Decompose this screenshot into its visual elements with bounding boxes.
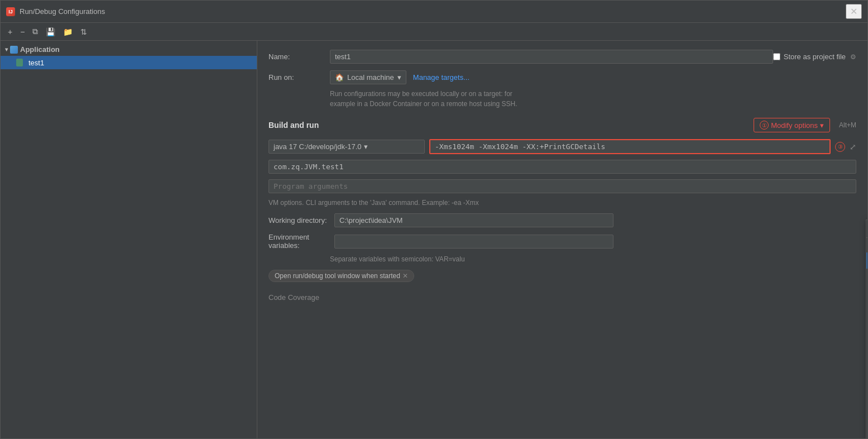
description-line1: Run configurations may be executed local…	[330, 89, 856, 99]
machine-label: Local machine	[347, 73, 394, 82]
logs-section-header: Logs	[866, 414, 867, 429]
toolbar: + − ⧉ 💾 📁 ⇅	[1, 23, 867, 41]
modify-options-dropdown: Add Run Options Operating System Allow m…	[866, 220, 867, 438]
sep-hint: Separate variables with semicolon: VAR=v…	[330, 255, 856, 263]
env-vars-input[interactable]	[334, 235, 613, 249]
sidebar-group-label: Application	[20, 45, 60, 54]
working-dir-input[interactable]	[334, 213, 613, 227]
section-title: Build and run	[268, 121, 319, 130]
description-line2: example in a Docker Container or on a re…	[330, 99, 856, 109]
config-panel: Name: Store as project file ⚙ Run on: 🏠 …	[257, 41, 867, 438]
dropdown-arrow-icon: ▾	[397, 73, 401, 82]
close-button[interactable]: ✕	[846, 4, 862, 19]
store-project-label-wrap[interactable]: Store as project file	[773, 53, 846, 61]
dialog-title: Run/Debug Configurations	[20, 7, 846, 16]
environment-variables-item[interactable]: Environment variables	[866, 269, 867, 285]
machine-icon: 🏠	[335, 73, 344, 82]
os-section-header: Operating System	[866, 238, 867, 252]
redirect-input-item[interactable]: Redirect input	[866, 285, 867, 301]
save-config-button[interactable]: 💾	[43, 26, 58, 38]
vm-options-input[interactable]	[429, 139, 831, 154]
env-vars-row: Environment variables:	[268, 233, 856, 250]
modify-options-circle: ①	[760, 121, 769, 130]
app-icon: IJ	[6, 7, 15, 16]
vm-options-badge: ③	[835, 142, 845, 152]
modify-options-arrow-icon: ▾	[820, 121, 824, 130]
run-debug-dialog: IJ Run/Debug Configurations ✕ + − ⧉ 💾 📁 …	[0, 0, 868, 439]
store-project-checkbox[interactable]	[773, 53, 780, 60]
modify-options-button[interactable]: ① Modify options ▾	[754, 118, 830, 132]
description-text: Run configurations may be executed local…	[330, 89, 856, 109]
copy-config-button[interactable]: ⧉	[30, 25, 41, 38]
run-on-label: Run on:	[268, 73, 330, 82]
sidebar-group-header[interactable]: ▾ Application	[1, 43, 257, 56]
chip-area: Open run/debug tool window when started …	[268, 270, 856, 282]
main-class-input[interactable]	[268, 160, 856, 174]
modify-options-label: Modify options	[771, 121, 818, 130]
chip-label: Open run/debug tool window when started	[275, 272, 400, 280]
java-version-dropdown[interactable]: java 17 C:/develop/jdk-17.0 ▾	[268, 140, 425, 154]
sidebar-item-label: test1	[28, 59, 44, 67]
move-config-button[interactable]: 📁	[60, 26, 75, 38]
sidebar-item-test1[interactable]: test1	[1, 56, 257, 69]
run-on-dropdown[interactable]: 🏠 Local machine ▾	[330, 70, 406, 84]
name-input[interactable]	[330, 50, 773, 64]
env-vars-label: Environment variables:	[268, 233, 330, 250]
build-run-section-header: Build and run ① Modify options ▾ Alt+M	[268, 118, 856, 132]
store-project-label: Store as project file	[784, 53, 846, 61]
add-run-options-header: Add Run Options	[866, 220, 867, 238]
sidebar: ▾ Application test1	[1, 41, 257, 438]
expand-icon[interactable]: ⤢	[850, 142, 856, 151]
sort-config-button[interactable]: ⇅	[78, 26, 90, 38]
alt-shortcut: Alt+M	[839, 121, 856, 129]
specify-logs-item[interactable]: Specify logs to be shown in console	[866, 429, 867, 438]
working-dir-row: Working directory:	[268, 213, 856, 227]
modify-classpath-item[interactable]: Modify classpath	[866, 366, 867, 382]
code-coverage-section: Code Coverage	[268, 293, 856, 302]
main-content: ▾ Application test1 Name:	[1, 41, 867, 438]
chip-close-button[interactable]: ✕	[402, 272, 408, 280]
sidebar-group-application: ▾ Application test1	[1, 41, 257, 71]
java-vm-row: java 17 C:/develop/jdk-17.0 ▾ ③ ⤢	[268, 139, 856, 154]
title-bar: IJ Run/Debug Configurations ✕	[1, 1, 867, 23]
name-label: Name:	[268, 53, 330, 61]
java-dropdown-arrow-icon: ▾	[364, 142, 368, 151]
add-config-button[interactable]: +	[5, 26, 15, 38]
java-section-header: Java	[866, 301, 867, 316]
do-not-build-item[interactable]: Do not build before run	[866, 316, 867, 332]
application-icon	[10, 46, 18, 54]
remove-config-button[interactable]: −	[17, 26, 27, 38]
use-classpath-item[interactable]: Use classpath of module	[866, 350, 867, 366]
program-args-row	[268, 179, 856, 193]
expand-arrow-icon: ▾	[5, 46, 8, 53]
manage-targets-link[interactable]: Manage targets...	[413, 73, 469, 82]
code-coverage-label: Code Coverage	[268, 293, 319, 302]
open-tool-window-chip: Open run/debug tool window when started …	[268, 270, 414, 282]
run-on-row: Run on: 🏠 Local machine ▾ Manage targets…	[268, 70, 856, 84]
working-dir-label: Working directory:	[268, 216, 330, 225]
class-row	[268, 160, 856, 174]
add-dependencies-item[interactable]: Add dependencies with "provided" scope t…	[866, 382, 867, 398]
config-file-icon	[16, 59, 23, 66]
vm-hint: VM options. CLI arguments to the 'Java' …	[268, 199, 856, 207]
gear-icon[interactable]: ⚙	[850, 53, 856, 61]
shorten-command-line-item[interactable]: Shorten command line	[866, 398, 867, 414]
allow-multiple-instances-item[interactable]: Allow multiple instances	[866, 252, 867, 269]
store-project-area: Store as project file ⚙	[773, 53, 856, 61]
name-row: Name: Store as project file ⚙	[268, 50, 856, 64]
program-args-input[interactable]	[268, 179, 856, 193]
java-dropdown-label: java 17 C:/develop/jdk-17.0	[274, 142, 362, 151]
modify-options-area: ① Modify options ▾ Alt+M	[754, 118, 856, 132]
config-icon	[16, 58, 25, 67]
